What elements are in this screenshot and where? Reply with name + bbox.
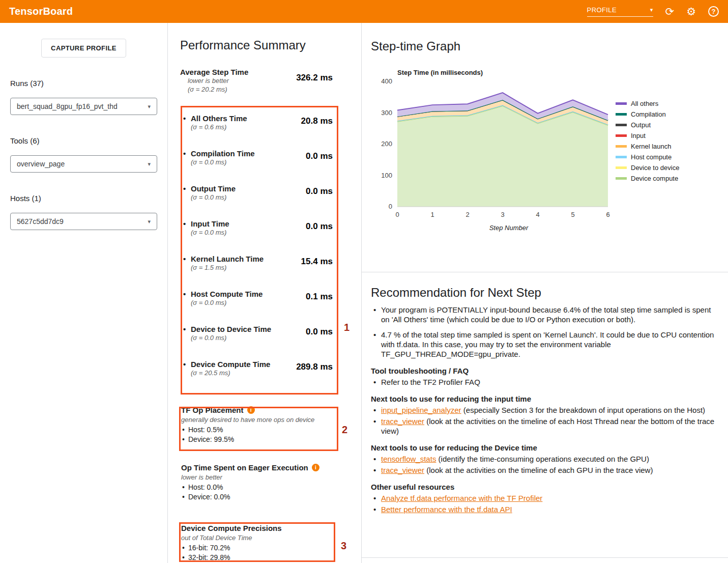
eager-execution-block: Op Time Spent on Eager Executioni lower … bbox=[180, 463, 361, 502]
metric-value: 20.8 ms bbox=[301, 116, 333, 126]
average-step-time-row: Average Step Time lower is better (σ = 2… bbox=[180, 68, 361, 94]
rec-section-heading: Next tools to use for reducing the Devic… bbox=[371, 443, 718, 452]
svg-text:0: 0 bbox=[389, 203, 392, 210]
list-item: 32-bit: 29.8% bbox=[181, 553, 361, 562]
rec-section-heading: Next tools to use for reducing the input… bbox=[371, 395, 718, 403]
rec-section-heading: Other useful resources bbox=[371, 483, 718, 491]
metric-sigma: (σ = 0.6 ms) bbox=[191, 123, 247, 131]
metric-subtitle: lower is better bbox=[188, 76, 248, 85]
right-panel: Step-time Graph Step Time (in millisecon… bbox=[362, 23, 728, 563]
metric-value: 0.1 ms bbox=[306, 292, 333, 302]
svg-text:3: 3 bbox=[501, 211, 504, 218]
link-better-performance-tfdata-api[interactable]: Better performance with the tf.data API bbox=[381, 505, 512, 514]
tools-group: Tools (6) overview_page ▾ bbox=[10, 136, 157, 173]
bullet-icon: • bbox=[183, 219, 191, 228]
metric-label: Output Time bbox=[191, 184, 236, 193]
legend-item: Output bbox=[616, 120, 679, 130]
metric-row: •Host Compute Time (σ = 0.0 ms) 0.1 ms bbox=[180, 285, 361, 320]
app-title: TensorBoard bbox=[9, 6, 73, 17]
list-item: trace_viewer (look at the activities on … bbox=[371, 416, 718, 436]
metric-value: 289.8 ms bbox=[296, 362, 333, 372]
legend-swatch bbox=[616, 145, 627, 148]
topbar-actions: PROFILE ▾ ⟳ ⚙ ? bbox=[587, 6, 719, 17]
metric-label: Average Step Time bbox=[180, 68, 248, 76]
link-trace-viewer[interactable]: trace_viewer bbox=[381, 466, 424, 474]
block-title: Device Compute Precisions bbox=[181, 524, 282, 532]
metric-row: •Kernel Launch Time (σ = 1.5 ms) 15.4 ms bbox=[180, 249, 361, 285]
tools-label: Tools (6) bbox=[10, 136, 157, 145]
stacked-area-chart: 01002003004000123456 bbox=[377, 77, 612, 221]
tf-op-placement-block: TF Op Placementi generally desired to ha… bbox=[180, 406, 361, 444]
legend-swatch bbox=[616, 166, 627, 169]
runs-select[interactable]: bert_squad_8gpu_fp16_pvt_thd ▾ bbox=[10, 98, 157, 115]
list-item: 4.7 % of the total step time sampled is … bbox=[371, 330, 718, 359]
tools-select[interactable]: overview_page ▾ bbox=[10, 155, 157, 173]
capture-profile-button[interactable]: CAPTURE PROFILE bbox=[41, 39, 126, 58]
x-axis-label: Step Number bbox=[403, 224, 614, 232]
bullet-icon: • bbox=[183, 114, 191, 123]
link-analyze-tfdata-performance[interactable]: Analyze tf.data performance with the TF … bbox=[381, 494, 542, 502]
runs-select-value: bert_squad_8gpu_fp16_pvt_thd bbox=[17, 102, 118, 110]
list-item: trace_viewer (look at the activities on … bbox=[371, 465, 718, 475]
link-trace-viewer[interactable]: trace_viewer bbox=[381, 417, 424, 426]
metric-sigma: (σ = 0.0 ms) bbox=[191, 158, 255, 166]
metric-label: All Others Time bbox=[191, 114, 247, 123]
metric-row: •Compilation Time (σ = 0.0 ms) 0.0 ms bbox=[180, 144, 361, 179]
metric-value: 0.0 ms bbox=[306, 221, 333, 232]
legend-swatch bbox=[616, 156, 627, 158]
metric-sigma: (σ = 0.0 ms) bbox=[191, 193, 236, 202]
hosts-select[interactable]: 5627c5dd7dc9 ▾ bbox=[10, 213, 157, 230]
list-item: Host: 0.0% bbox=[181, 483, 361, 492]
dashboard-select[interactable]: PROFILE ▾ bbox=[587, 6, 653, 17]
legend-item: Host compute bbox=[616, 152, 679, 162]
legend-item: Input bbox=[616, 130, 679, 141]
info-icon[interactable]: i bbox=[247, 406, 255, 414]
metric-value: 0.0 ms bbox=[306, 151, 333, 161]
metric-sigma: (σ = 0.0 ms) bbox=[191, 228, 229, 237]
svg-text:6: 6 bbox=[606, 211, 609, 218]
tools-select-value: overview_page bbox=[17, 160, 65, 168]
metric-value: 15.4 ms bbox=[301, 257, 333, 267]
metric-row: •All Others Time (σ = 0.6 ms) 20.8 ms bbox=[180, 109, 361, 144]
bullet-icon: • bbox=[183, 290, 191, 298]
legend-swatch bbox=[616, 134, 627, 137]
step-time-graph-section: Step-time Graph Step Time (in millisecon… bbox=[362, 23, 728, 272]
metric-label: Input Time bbox=[191, 219, 229, 228]
info-icon[interactable]: i bbox=[312, 464, 319, 471]
recommendation-title: Recommendation for Next Step bbox=[371, 286, 718, 300]
list-item: input_pipeline_analyzer (especially Sect… bbox=[371, 405, 718, 415]
performance-summary-title: Performance Summary bbox=[180, 38, 361, 52]
list-item: Your program is POTENTIALLY input-bound … bbox=[371, 305, 718, 324]
link-input-pipeline-analyzer[interactable]: input_pipeline_analyzer bbox=[381, 406, 461, 414]
gear-icon[interactable]: ⚙ bbox=[686, 6, 696, 17]
metric-row: •Device Compute Time (σ = 20.5 ms) 289.8… bbox=[180, 355, 361, 390]
svg-text:200: 200 bbox=[381, 140, 392, 148]
svg-text:5: 5 bbox=[571, 211, 574, 218]
chevron-down-icon: ▾ bbox=[148, 219, 151, 224]
list-item: Refer to the TF2 Profiler FAQ bbox=[371, 377, 718, 387]
link-tensorflow-stats[interactable]: tensorflow_stats bbox=[381, 455, 436, 463]
block-subtitle: lower is better bbox=[181, 473, 361, 481]
metric-sigma: (σ = 20.5 ms) bbox=[191, 369, 270, 377]
metric-label: Device to Device Time bbox=[191, 325, 271, 333]
svg-text:4: 4 bbox=[536, 211, 539, 218]
help-icon[interactable]: ? bbox=[708, 6, 719, 17]
bullet-icon: • bbox=[183, 325, 191, 333]
bullet-icon: • bbox=[183, 184, 191, 193]
runs-label: Runs (37) bbox=[10, 79, 157, 88]
performance-summary-panel: Performance Summary Average Step Time lo… bbox=[168, 23, 362, 563]
svg-text:0: 0 bbox=[395, 211, 399, 218]
chevron-down-icon: ▾ bbox=[148, 161, 151, 167]
block-title: TF Op Placement bbox=[181, 406, 244, 414]
metric-value: 0.0 ms bbox=[306, 186, 333, 196]
rec-section-heading: Tool troubleshooting / FAQ bbox=[371, 367, 718, 375]
svg-text:2: 2 bbox=[465, 211, 469, 218]
reload-icon[interactable]: ⟳ bbox=[665, 6, 675, 17]
chevron-down-icon: ▾ bbox=[148, 104, 151, 109]
block-subtitle: generally desired to have more ops on de… bbox=[181, 416, 361, 424]
topbar: TensorBoard PROFILE ▾ ⟳ ⚙ ? bbox=[0, 0, 728, 23]
metric-value: 326.2 ms bbox=[296, 73, 333, 83]
device-compute-precisions-block: Device Compute Precisions out of Total D… bbox=[180, 524, 361, 562]
legend-item: Kernel launch bbox=[616, 141, 679, 152]
step-time-breakdown-list: •All Others Time (σ = 0.6 ms) 20.8 ms •C… bbox=[180, 109, 361, 390]
